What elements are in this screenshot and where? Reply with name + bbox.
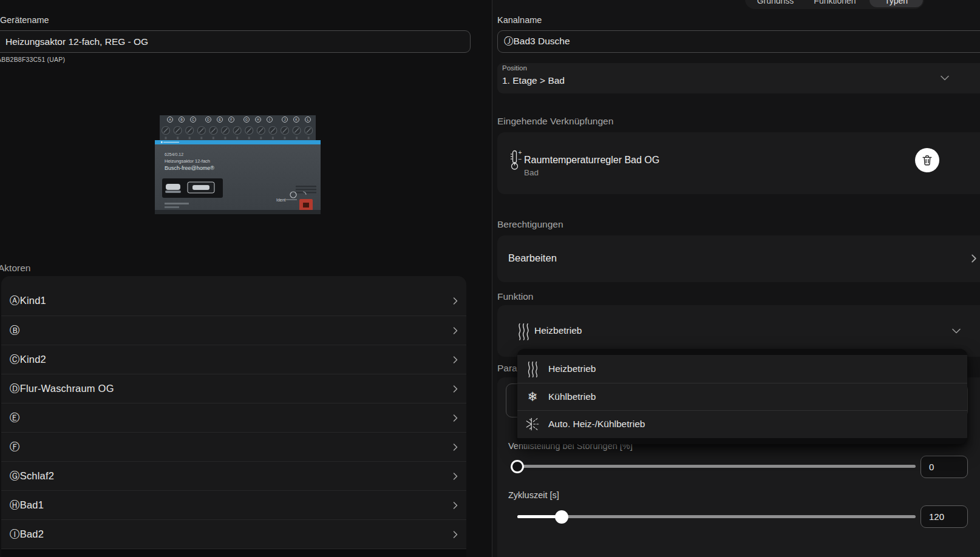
tab-funktionen[interactable]: Funktionen	[805, 0, 865, 7]
incoming-links-heading: Eingehende Verknüpfungen	[497, 116, 613, 127]
function-option-label: Heizbetrieb	[548, 363, 596, 374]
actor-list: ⒶKind1 Ⓑ ⒸKind2 ⒹFlur-Waschraum OG Ⓔ Ⓕ Ⓖ…	[1, 276, 466, 557]
device-serial: ABB2B8F33C51 (UAP)	[0, 56, 65, 63]
position-select[interactable]	[497, 63, 980, 93]
valve-position-slider[interactable]	[517, 465, 916, 468]
svg-text:K: K	[295, 118, 298, 121]
panel-divider	[492, 0, 492, 557]
delete-link-button[interactable]	[915, 148, 939, 172]
permissions-heading: Berechtigungen	[497, 219, 563, 230]
actor-row-label: ⒽBad1	[10, 499, 44, 512]
chevron-right-icon	[451, 471, 460, 481]
app-root: Grundriss Funktionen Typen Gerätename AB…	[0, 0, 980, 557]
svg-text:B: B	[180, 118, 183, 121]
device-model-text: 6254/0.12	[165, 152, 183, 157]
actor-row[interactable]: ⒾBad2	[1, 519, 466, 549]
chevron-down-icon	[939, 72, 951, 84]
actor-row-label: Ⓑ	[10, 324, 20, 337]
chevron-right-icon	[451, 413, 460, 423]
actor-row[interactable]: ⒼSchlaf2	[1, 461, 466, 490]
actor-row[interactable]: Ⓑ	[1, 316, 466, 345]
svg-text:H: H	[257, 118, 259, 121]
svg-text:L: L	[307, 118, 308, 121]
permissions-card[interactable]	[497, 235, 980, 282]
svg-text:+: +	[519, 149, 522, 156]
tab-typen[interactable]: Typen	[866, 0, 927, 7]
actor-row-label: ⒸKind2	[10, 353, 46, 366]
chevron-right-icon	[451, 501, 460, 510]
svg-text:E: E	[219, 118, 221, 121]
device-product-text: Heizungsaktor 12-fach	[165, 158, 210, 164]
cycle-time-slider-knob[interactable]	[555, 510, 568, 524]
function-dropdown: Heizbetrieb ❄ Kühlbetrieb Auto. Heiz-/Kü…	[517, 349, 967, 444]
svg-text:G: G	[245, 118, 248, 121]
device-blue-stripe	[155, 140, 321, 144]
cycle-time-slider[interactable]	[517, 515, 916, 518]
actor-row[interactable]: ⒽBad1	[1, 490, 466, 519]
device-ident-text: Ident	[276, 198, 286, 202]
chevron-down-icon	[950, 325, 962, 337]
permissions-edit-item[interactable]: Bearbeiten	[508, 252, 557, 264]
cycle-time-value-input[interactable]	[920, 505, 968, 528]
auto-heat-cool-icon	[525, 417, 540, 431]
svg-text:D: D	[207, 118, 209, 121]
device-name-label: Gerätename	[0, 15, 49, 25]
function-option[interactable]: Heizbetrieb	[517, 355, 967, 383]
actor-row-label: Ⓔ	[10, 411, 20, 425]
channel-name-input[interactable]	[497, 30, 980, 53]
function-heading: Funktion	[497, 291, 533, 302]
link-item-subtitle: Bad	[524, 168, 539, 177]
link-item-title[interactable]: Raumtemperaturregler Bad OG	[524, 155, 659, 166]
actor-row-label: ⒾBad2	[10, 528, 44, 541]
cycle-time-label: Zykluszeit [s]	[508, 490, 559, 500]
actor-row[interactable]: Ⓕ	[1, 432, 466, 461]
valve-position-slider-knob[interactable]	[511, 460, 524, 473]
actor-row[interactable]: ⒹFlur-Waschraum OG	[1, 374, 466, 403]
actor-row-label: ⒶKind1	[10, 294, 46, 308]
function-option[interactable]: ❄ Kühlbetrieb	[517, 383, 967, 411]
snowflake-icon: ❄	[527, 390, 538, 403]
position-label: Position	[502, 64, 527, 72]
actor-row-label: Ⓕ	[10, 441, 20, 454]
function-option-label: Auto. Heiz-/Kühlbetrieb	[548, 419, 645, 430]
chevron-right-icon	[451, 530, 460, 539]
svg-text:−: −	[519, 156, 522, 163]
svg-text:A: A	[169, 118, 171, 121]
heat-waves-icon	[526, 360, 539, 377]
actor-row-label: ⒹFlur-Waschraum OG	[10, 382, 114, 396]
function-selected-value: Heizbetrieb	[534, 325, 582, 336]
actor-row[interactable]: ⒶKind1	[1, 286, 466, 316]
device-brand-text: Busch-free@home®	[165, 165, 214, 171]
actors-heading: Aktoren	[0, 263, 30, 274]
heat-waves-icon	[517, 322, 530, 340]
actor-row-label: ⒼSchlaf2	[10, 470, 54, 483]
thermostat-icon: + −	[508, 149, 523, 171]
svg-text:C: C	[192, 118, 194, 121]
chevron-right-icon	[451, 326, 460, 336]
actor-row[interactable]: ⒸKind2	[1, 345, 466, 374]
chevron-right-icon	[451, 384, 460, 394]
tab-grundriss[interactable]: Grundriss	[745, 0, 806, 7]
function-option-label: Kühlbetrieb	[548, 391, 596, 402]
function-option[interactable]: Auto. Heiz-/Kühlbetrieb	[517, 410, 967, 438]
position-value: 1. Etage > Bad	[502, 75, 565, 86]
actor-row-selected-partial[interactable]	[1, 549, 466, 557]
chevron-right-icon	[451, 442, 460, 452]
channel-name-label: Kanalname	[497, 15, 542, 25]
svg-text:J: J	[284, 118, 286, 121]
actor-row[interactable]: Ⓔ	[1, 403, 466, 432]
trash-icon	[920, 154, 934, 167]
chevron-right-icon	[968, 253, 979, 264]
chevron-right-icon	[451, 296, 460, 306]
device-image: A B C D E F G H I J K L	[155, 114, 321, 214]
device-name-input[interactable]	[0, 30, 471, 53]
valve-position-value-input[interactable]	[920, 456, 968, 478]
chevron-right-icon	[451, 355, 460, 365]
